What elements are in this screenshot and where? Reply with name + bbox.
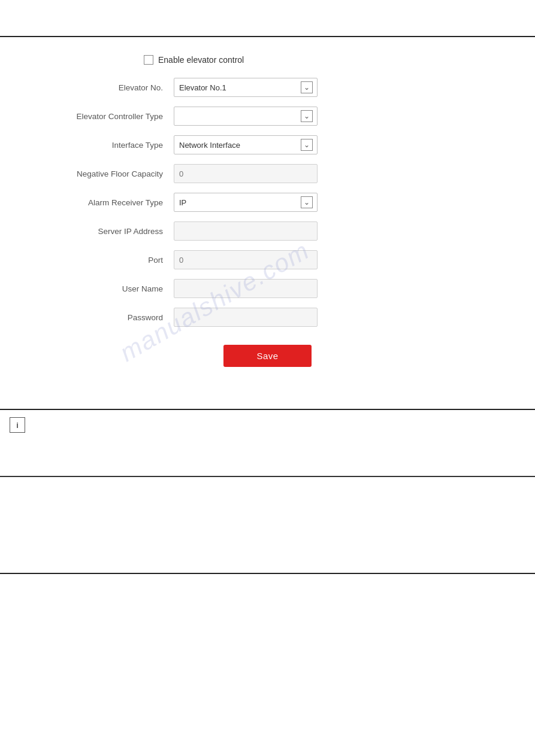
enable-elevator-checkbox[interactable] bbox=[144, 55, 153, 65]
alarm-receiver-select[interactable]: IP RS-485 bbox=[174, 193, 318, 212]
elevator-no-select[interactable]: Elevator No.1 Elevator No.2 Elevator No.… bbox=[174, 78, 318, 97]
negative-floor-label: Negative Floor Capacity bbox=[48, 169, 174, 178]
info-icon: i bbox=[16, 421, 19, 430]
save-button[interactable]: Save bbox=[223, 345, 311, 367]
controller-type-select-wrapper: ⌄ bbox=[174, 107, 318, 126]
alarm-receiver-label: Alarm Receiver Type bbox=[48, 198, 174, 207]
controller-type-select[interactable] bbox=[174, 107, 318, 126]
server-ip-label: Server IP Address bbox=[48, 227, 174, 236]
enable-elevator-label: Enable elevator control bbox=[158, 55, 244, 65]
info-icon-box: i bbox=[10, 417, 25, 433]
interface-type-row: Interface Type Network Interface RS-485 … bbox=[48, 135, 487, 154]
interface-type-label: Interface Type bbox=[48, 141, 174, 150]
final-divider bbox=[0, 573, 535, 574]
negative-floor-row: Negative Floor Capacity bbox=[48, 164, 487, 183]
elevator-no-select-wrapper: Elevator No.1 Elevator No.2 Elevator No.… bbox=[174, 78, 318, 97]
elevator-no-row: Elevator No. Elevator No.1 Elevator No.2… bbox=[48, 78, 487, 97]
controller-type-label: Elevator Controller Type bbox=[48, 112, 174, 121]
password-input[interactable] bbox=[174, 308, 318, 327]
port-input[interactable] bbox=[174, 250, 318, 269]
controller-type-row: Elevator Controller Type ⌄ bbox=[48, 107, 487, 126]
username-row: User Name bbox=[48, 279, 487, 298]
info-section: i bbox=[0, 410, 535, 440]
port-label: Port bbox=[48, 256, 174, 265]
interface-type-select[interactable]: Network Interface RS-485 bbox=[174, 135, 318, 154]
alarm-receiver-select-wrapper: IP RS-485 ⌄ bbox=[174, 193, 318, 212]
interface-type-select-wrapper: Network Interface RS-485 ⌄ bbox=[174, 135, 318, 154]
mid-divider bbox=[0, 476, 535, 477]
username-input[interactable] bbox=[174, 279, 318, 298]
server-ip-row: Server IP Address bbox=[48, 221, 487, 241]
alarm-receiver-row: Alarm Receiver Type IP RS-485 ⌄ bbox=[48, 193, 487, 212]
elevator-no-label: Elevator No. bbox=[48, 83, 174, 92]
main-content: Enable elevator control Elevator No. Ele… bbox=[0, 37, 535, 397]
username-label: User Name bbox=[48, 284, 174, 293]
password-row: Password bbox=[48, 308, 487, 327]
save-btn-row: Save bbox=[48, 345, 487, 367]
port-row: Port bbox=[48, 250, 487, 269]
server-ip-input[interactable] bbox=[174, 221, 318, 241]
negative-floor-input[interactable] bbox=[174, 164, 318, 183]
enable-elevator-row: Enable elevator control bbox=[144, 55, 487, 65]
password-label: Password bbox=[48, 313, 174, 322]
